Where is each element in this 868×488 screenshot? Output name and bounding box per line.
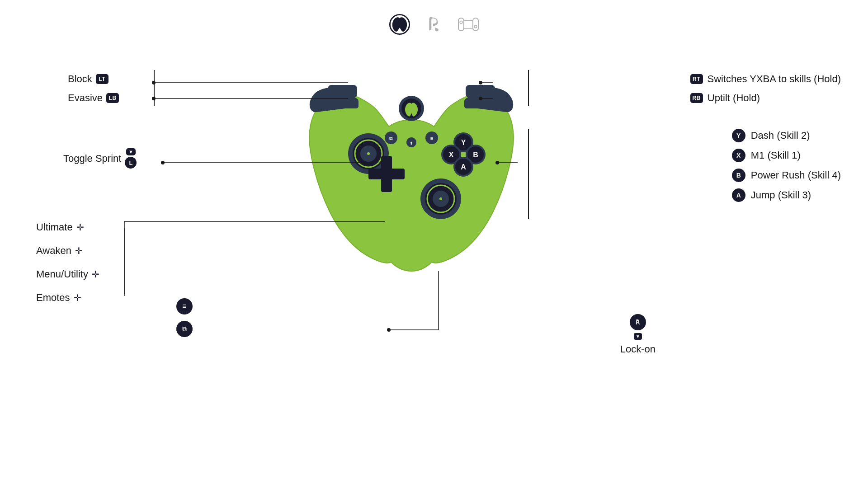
bottom-right-lockon: R̈ ▼ Lock-on (620, 314, 656, 355)
svg-point-52 (479, 81, 482, 84)
menu-icon-row: ≡ (176, 298, 193, 314)
view-icon-row: ⧉ (176, 321, 193, 337)
switches-label: Switches YXBA to skills (Hold) (708, 73, 841, 85)
y-label: Dash (Skill 2) (751, 130, 810, 141)
lock-on-label: Lock-on (620, 343, 656, 355)
rt-label-row: RT Switches YXBA to skills (Hold) (690, 73, 841, 85)
toggle-sprint-label-row: Toggle Sprint ▼ L (63, 148, 137, 169)
emotes-label-row: Emotes ✛ (36, 292, 99, 304)
left-bottom-labels: Ultimate ✛ Awaken ✛ Menu/Utility ✛ Emote… (36, 221, 99, 307)
svg-rect-7 (466, 85, 495, 98)
x-label-row: X M1 (Skill 1) (732, 149, 841, 162)
svg-point-48 (161, 161, 165, 164)
y-button-circle: Y (732, 129, 745, 142)
evasive-label: Evasive (68, 92, 103, 104)
rb-label-row: RB Uptilt (Hold) (690, 92, 841, 104)
block-label-row: Block LT (68, 73, 119, 85)
r-stick-badge: ▼ (634, 333, 642, 340)
svg-point-20 (439, 197, 442, 200)
emotes-label: Emotes (36, 292, 70, 304)
svg-text:⬆: ⬆ (410, 141, 413, 145)
r-button-circle: R̈ (630, 314, 646, 330)
awaken-dpad-icon: ✛ (75, 245, 83, 256)
emotes-dpad-icon: ✛ (74, 292, 81, 303)
menu-utility-label-row: Menu/Utility ✛ (36, 268, 99, 280)
evasive-label-row: Evasive LB (68, 92, 119, 104)
right-top-labels: RT Switches YXBA to skills (Hold) RB Upt… (690, 73, 841, 104)
svg-point-59 (387, 328, 391, 332)
rt-badge: RT (690, 74, 703, 84)
toggle-sprint-label: Toggle Sprint (63, 153, 121, 164)
left-top-vline (154, 70, 155, 106)
awaken-label: Awaken (36, 245, 71, 257)
x-label: M1 (Skill 1) (751, 150, 801, 161)
menu-utility-dpad-icon: ✛ (92, 269, 99, 280)
svg-text:≡: ≡ (430, 136, 433, 141)
svg-rect-24 (383, 170, 390, 178)
bottom-left-icons: ≡ ⧉ (176, 298, 193, 337)
svg-point-15 (367, 152, 370, 155)
svg-rect-9 (464, 99, 491, 108)
right-btn-vline (528, 129, 529, 219)
a-button-circle: A (732, 188, 745, 202)
ultimate-label-row: Ultimate ✛ (36, 221, 99, 233)
view-icon-circle: ⧉ (176, 321, 193, 337)
menu-utility-label: Menu/Utility (36, 268, 88, 280)
y-label-row: Y Dash (Skill 2) (732, 129, 841, 142)
lb-badge: LB (106, 93, 119, 103)
svg-point-54 (479, 97, 482, 100)
rb-badge: RB (690, 93, 703, 103)
a-label: Jump (Skill 3) (751, 189, 811, 201)
svg-text:X: X (449, 151, 454, 159)
svg-rect-6 (328, 85, 357, 98)
a-label-row: A Jump (Skill 3) (732, 188, 841, 202)
right-top-vline (528, 70, 529, 106)
svg-point-50 (495, 161, 499, 164)
menu-icon-circle: ≡ (176, 298, 193, 314)
b-label: Power Rush (Skill 4) (751, 169, 841, 181)
right-button-labels: Y Dash (Skill 2) X M1 (Skill 1) B Power … (732, 129, 841, 202)
sprint-arrow-icon: ▼ (128, 149, 133, 155)
b-button-circle: B (732, 169, 745, 182)
b-label-row: B Power Rush (Skill 4) (732, 169, 841, 182)
lt-badge: LT (96, 74, 108, 84)
ultimate-dpad-icon: ✛ (76, 222, 84, 233)
uptilt-label: Uptilt (Hold) (708, 92, 760, 104)
left-top-labels: Block LT Evasive LB (68, 73, 119, 108)
toggle-sprint-area: Toggle Sprint ▼ L (63, 148, 137, 172)
ultimate-label: Ultimate (36, 221, 73, 233)
l-badge: L (125, 157, 137, 169)
svg-text:Y: Y (461, 139, 466, 146)
svg-text:⧉: ⧉ (389, 136, 393, 141)
block-label: Block (68, 73, 92, 85)
svg-text:A: A (461, 163, 466, 171)
svg-text:B: B (473, 151, 478, 159)
x-button-circle: X (732, 149, 745, 162)
awaken-label-row: Awaken ✛ (36, 245, 99, 257)
svg-rect-8 (332, 99, 359, 108)
